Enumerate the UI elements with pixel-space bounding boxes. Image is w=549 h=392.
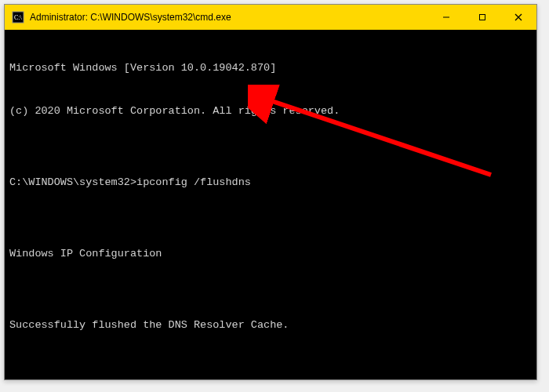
cmd-icon: C:\ (11, 10, 25, 24)
prompt-path: C:\WINDOWS\system32> (9, 176, 136, 188)
window-controls (428, 5, 536, 30)
output-header: Windows IP Configuration (9, 247, 532, 261)
svg-rect-3 (480, 15, 485, 20)
titlebar[interactable]: C:\ Administrator: C:\WINDOWS\system32\c… (5, 5, 536, 30)
output-success: Successfully flushed the DNS Resolver Ca… (9, 318, 532, 332)
annotation-arrow-icon (248, 85, 507, 187)
version-line: Microsoft Windows [Version 10.0.19042.87… (9, 61, 532, 75)
copyright-line: (c) 2020 Microsoft Corporation. All righ… (9, 104, 532, 118)
svg-text:C:\: C:\ (14, 14, 23, 21)
cmd-window: C:\ Administrator: C:\WINDOWS\system32\c… (4, 4, 537, 380)
console-area[interactable]: Microsoft Windows [Version 10.0.19042.87… (5, 30, 536, 379)
window-title: Administrator: C:\WINDOWS\system32\cmd.e… (30, 12, 231, 23)
maximize-button[interactable] (464, 5, 500, 30)
prompt-line-1: C:\WINDOWS\system32>ipconfig /flushdns (9, 176, 532, 190)
typed-command: ipconfig /flushdns (136, 176, 251, 188)
minimize-button[interactable] (428, 5, 464, 30)
close-button[interactable] (500, 5, 536, 30)
